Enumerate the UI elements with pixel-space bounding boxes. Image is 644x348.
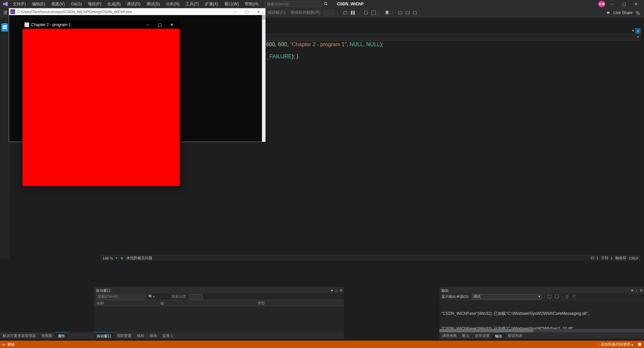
menu-project[interactable]: 项目(P): [85, 0, 104, 8]
h-scrollbar[interactable]: [439, 329, 644, 332]
menu-test[interactable]: 测试(S): [144, 0, 163, 8]
tab-solution-explorer[interactable]: 解决方案资源管理器: [0, 332, 39, 339]
console-title: C:\Users\Tanxl\source\repos\CSDN_WiChP\D…: [17, 10, 132, 14]
menu-tools[interactable]: 工具(T): [183, 0, 201, 8]
nav-fwd-icon[interactable]: →: [166, 295, 169, 299]
tab-modules[interactable]: 模块: [147, 332, 160, 339]
menu-debug[interactable]: 调试(D): [124, 0, 143, 8]
menu-edit[interactable]: 编辑(E): [29, 0, 48, 8]
project-name: CSDN_WiChP: [337, 2, 598, 6]
console-titlebar[interactable]: C:\ C:\Users\Tanxl\source\repos\CSDN_WiC…: [9, 8, 265, 15]
menu-build[interactable]: 生成(B): [105, 0, 123, 8]
autos-body[interactable]: [94, 306, 344, 332]
frames-to-capture-input[interactable]: [323, 10, 335, 15]
output-clear-icon[interactable]: [565, 294, 570, 299]
window-close-button[interactable]: ✕: [631, 0, 641, 8]
frames-to-capture-label: 要捕获的帧数(R):: [290, 10, 321, 15]
depth-dropdown[interactable]: [189, 294, 203, 299]
left-strip-toolbox-icon[interactable]: [1, 23, 8, 31]
output-wrap-icon[interactable]: [572, 294, 577, 299]
output-tool-2[interactable]: [554, 294, 560, 299]
menu-analyze[interactable]: 分析(N): [163, 0, 182, 8]
col-name[interactable]: 名称: [94, 300, 158, 306]
toolbar-icon-1[interactable]: [343, 10, 348, 15]
menu-help[interactable]: 帮助(H): [242, 0, 261, 8]
left-tool-strip: 属性: [0, 17, 9, 259]
gl-close-button[interactable]: ✕: [166, 21, 178, 29]
bookmark-icon[interactable]: [384, 10, 390, 15]
col-value[interactable]: 值: [158, 300, 255, 306]
capture-frame-button[interactable]: 捕获帧(C): [268, 10, 285, 15]
opengl-canvas: [22, 29, 180, 186]
tab-locals[interactable]: 局部变量: [114, 332, 134, 339]
pin-icon[interactable]: ⟂: [335, 288, 337, 293]
toolbar-process-dropdown[interactable]: 进: [1, 10, 9, 15]
window-minimize-button[interactable]: ─: [606, 0, 617, 8]
toolbar-icon-3[interactable]: [364, 10, 369, 15]
menu-view[interactable]: 视图(V): [49, 0, 67, 8]
console-minimize-button[interactable]: ─: [230, 10, 241, 14]
notifications-icon[interactable]: [637, 342, 642, 347]
source-control-add[interactable]: ↑ 添加到源代码管理 ▴: [598, 342, 633, 347]
output-body[interactable]: "CSDN_WiChP.exe"(Win32): 已加载"C:\Windows\…: [439, 300, 644, 332]
opengl-titlebar[interactable]: Chapter 2 - program 1 ─ ▢ ✕: [22, 21, 180, 29]
output-panel: 输出 ▾⟂✕ 显示输出来源(S): 调试▾ | | "CSDN_WiChP.ex…: [439, 287, 644, 339]
quick-search-input[interactable]: 搜索 (Ctrl+Q): [265, 1, 322, 7]
close-icon[interactable]: ✕: [339, 288, 342, 293]
live-share-icon[interactable]: [606, 10, 611, 15]
toolbar-icon-4[interactable]: [371, 10, 376, 15]
toolbar-icon-7[interactable]: [413, 10, 418, 15]
console-maximize-button[interactable]: ▢: [241, 10, 253, 14]
output-line: "CSDN_WiChP.exe"(Win32): 已加载"C:\Windows\…: [441, 311, 642, 317]
check-icon: ◉: [120, 256, 124, 260]
tab-output[interactable]: 输出: [492, 332, 505, 340]
no-issues-label[interactable]: 未找到相关问题: [126, 256, 152, 261]
dropdown-icon[interactable]: ▾: [331, 288, 333, 293]
toolbar-icon-2[interactable]: [350, 10, 356, 15]
indent-mode[interactable]: 制表符: [615, 256, 626, 261]
user-avatar[interactable]: 光诸: [598, 1, 605, 7]
dropdown-icon[interactable]: ▾: [631, 288, 633, 293]
line-ending[interactable]: CRLF: [629, 256, 639, 260]
search-icon[interactable]: 🔍▾: [148, 294, 155, 299]
console-icon: C:\: [10, 9, 15, 14]
pin-icon[interactable]: ⟂: [635, 288, 638, 293]
tab-properties[interactable]: 属性: [55, 332, 68, 340]
tab-class-view[interactable]: 类视图: [39, 332, 55, 339]
col-type[interactable]: 类型: [255, 300, 344, 306]
toolbar-icon-5[interactable]: [398, 10, 403, 15]
menu-git[interactable]: Git(G): [68, 1, 85, 7]
search-icon[interactable]: [324, 2, 328, 6]
tab-errorlist[interactable]: 错误列表: [505, 332, 525, 339]
tab-callstack[interactable]: 调用堆栈: [439, 332, 460, 339]
autos-search-input[interactable]: 搜索(Ctrl+E): [96, 294, 146, 300]
svg-rect-12: [3, 27, 7, 29]
console-close-button[interactable]: ✕: [253, 10, 264, 14]
editor-plus-icon[interactable]: ＋: [635, 28, 641, 33]
live-share-button[interactable]: Live Share: [613, 10, 633, 15]
window-maximize-button[interactable]: ▢: [619, 0, 629, 8]
output-source-label: 显示输出来源(S):: [441, 294, 470, 299]
nav-back-icon[interactable]: ←: [160, 295, 164, 299]
tab-breakpoints[interactable]: 断点: [460, 332, 472, 339]
output-tool-1[interactable]: [547, 294, 552, 299]
gl-maximize-button[interactable]: ▢: [154, 21, 166, 29]
console-scrollbar[interactable]: [262, 15, 265, 142]
tab-exceptions[interactable]: 异常设置: [472, 332, 492, 339]
close-icon[interactable]: ✕: [640, 288, 643, 293]
menu-window[interactable]: 窗口(W): [222, 0, 241, 8]
menu-extensions[interactable]: 扩展(X): [202, 0, 221, 8]
editor-expand-icon[interactable]: ▾: [632, 28, 634, 33]
zoom-level[interactable]: 146 %: [103, 256, 113, 260]
tab-watch1[interactable]: 监视 1: [160, 332, 175, 339]
tab-threads[interactable]: 线程: [134, 332, 147, 339]
menu-file[interactable]: 文件(F): [10, 0, 29, 8]
gl-minimize-button[interactable]: ─: [142, 21, 154, 29]
chevron-down-icon: ▾: [637, 34, 639, 39]
opengl-app-window[interactable]: Chapter 2 - program 1 ─ ▢ ✕: [22, 21, 180, 186]
left-strip-properties[interactable]: 属性: [2, 19, 7, 21]
toolbar-icon-6[interactable]: [405, 10, 411, 15]
tab-autos[interactable]: 自动窗口: [94, 332, 114, 340]
feedback-icon[interactable]: [635, 10, 640, 15]
output-source-dropdown[interactable]: 调试▾: [472, 294, 542, 299]
